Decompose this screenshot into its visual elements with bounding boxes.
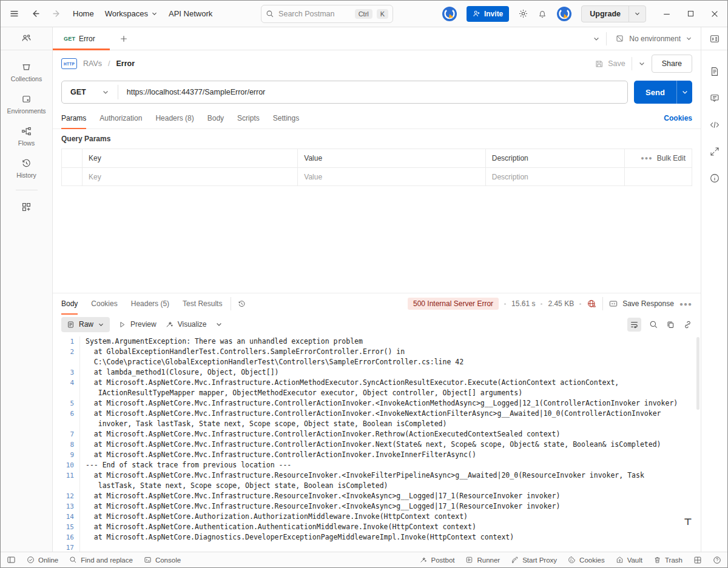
vault-button[interactable]: Vault <box>616 556 642 564</box>
help-icon[interactable] <box>713 556 721 564</box>
preview-play-icon <box>118 321 126 329</box>
search-input[interactable]: Search Postman Ctrl K <box>261 5 393 23</box>
find-and-replace-button[interactable]: Find and replace <box>69 556 133 564</box>
key-input[interactable]: Key <box>83 168 298 185</box>
empty-space <box>53 186 701 293</box>
cookies-link[interactable]: Cookies <box>664 114 692 122</box>
line-text: at Microsoft.AspNetCore.Mvc.Infrastructu… <box>79 491 701 501</box>
copy-response-icon[interactable] <box>666 320 675 329</box>
response-tab[interactable]: Headers (5) <box>131 293 169 314</box>
online-status[interactable]: Online <box>27 556 58 564</box>
runner-button[interactable]: Runner <box>465 556 500 564</box>
share-button[interactable]: Share <box>652 55 692 73</box>
request-tab[interactable]: Settings <box>273 107 299 129</box>
line-text: lastTask, State next, Scope scope, Objec… <box>79 481 701 491</box>
viewer-chevron-down-icon[interactable] <box>215 321 223 328</box>
settings-gear-icon[interactable] <box>518 8 528 19</box>
raw-view-selector[interactable]: Raw <box>61 317 110 332</box>
sidebar-item-environments[interactable]: Environments <box>7 93 46 115</box>
search-response-icon[interactable] <box>649 320 658 329</box>
upgrade-button[interactable]: Upgrade <box>581 5 646 22</box>
postman-logo[interactable] <box>556 6 572 22</box>
sidebar-item-history[interactable]: History <box>16 158 36 179</box>
response-tab[interactable]: Test Results <box>183 293 222 314</box>
workspaces-nav[interactable]: Workspaces <box>105 9 158 18</box>
cookie-icon <box>568 556 576 564</box>
save-response-button[interactable]: Save Response <box>608 299 674 309</box>
response-tab[interactable]: Body <box>61 293 78 314</box>
code-line: lastTask, State next, Scope scope, Objec… <box>53 481 701 491</box>
upgrade-chevron-icon[interactable] <box>629 6 645 22</box>
titlebar-right: Invite Upgrade <box>442 5 719 22</box>
team-people-icon[interactable] <box>21 33 32 44</box>
request-tab[interactable]: Authorization <box>99 107 142 129</box>
visualize-button[interactable]: Visualize <box>165 320 207 329</box>
preview-button[interactable]: Preview <box>118 320 157 329</box>
response-tab[interactable]: Cookies <box>91 293 117 314</box>
maximize-button[interactable] <box>687 10 695 18</box>
response-more-button[interactable]: ●●● <box>679 301 692 307</box>
send-button[interactable]: Send <box>634 81 692 104</box>
cookies-button[interactable]: Cookies <box>568 556 605 564</box>
console-button[interactable]: Console <box>144 556 181 564</box>
code-scrollbar[interactable] <box>696 337 699 410</box>
documentation-icon[interactable] <box>709 66 720 77</box>
api-network-nav[interactable]: API Network <box>169 9 212 18</box>
request-tab[interactable]: Body <box>207 107 224 129</box>
status-badge[interactable]: 500 Internal Server Error <box>408 298 499 310</box>
send-chevron-down-icon[interactable] <box>676 81 692 104</box>
response-time[interactable]: 15.61 s <box>511 299 535 308</box>
back-arrow-icon[interactable] <box>30 8 41 19</box>
key-header: Key <box>83 149 298 167</box>
request-tab[interactable]: Headers (8) <box>155 107 194 129</box>
breadcrumb-collection[interactable]: RAVs <box>83 59 102 68</box>
value-input[interactable]: Value <box>298 168 485 185</box>
new-tab-button[interactable] <box>110 27 138 50</box>
save-button[interactable]: Save <box>595 59 625 68</box>
info-icon[interactable] <box>709 173 720 184</box>
network-warning-icon[interactable] <box>587 299 597 309</box>
save-chevron-down-icon[interactable] <box>638 60 645 67</box>
forward-arrow-icon[interactable] <box>52 8 62 19</box>
postman-window: Home Workspaces API Network Search Postm… <box>0 0 728 568</box>
bulk-edit-button[interactable]: ●●● Bulk Edit <box>625 149 692 167</box>
split-panel-icon[interactable] <box>693 556 702 564</box>
response-size[interactable]: 2.45 KB <box>548 299 574 308</box>
line-number <box>53 388 79 398</box>
url-input[interactable] <box>118 88 627 96</box>
postbot-button[interactable]: Postbot <box>419 556 454 564</box>
line-text: at Microsoft.AspNetCore.Authorization.Au… <box>79 512 701 522</box>
home-nav[interactable]: Home <box>73 9 94 18</box>
sidebar-item-collections[interactable]: Collections <box>11 61 42 82</box>
notifications-bell-icon[interactable] <box>538 9 547 19</box>
method-selector[interactable]: GET <box>62 88 118 96</box>
close-button[interactable] <box>710 10 719 18</box>
environment-selector[interactable]: No environment <box>613 34 695 43</box>
environment-quicklook-icon[interactable] <box>709 33 720 44</box>
wrap-text-button[interactable] <box>627 318 641 332</box>
team-avatar[interactable] <box>442 6 457 22</box>
code-snippet-icon[interactable] <box>709 119 720 130</box>
hamburger-menu-icon[interactable] <box>9 8 19 19</box>
tabs-chevron-down-icon[interactable] <box>593 35 600 42</box>
sidebar-configure-button[interactable] <box>21 201 32 213</box>
line-number: 16 <box>53 532 79 543</box>
request-tab[interactable]: Params <box>61 107 86 129</box>
link-response-icon[interactable] <box>683 320 692 329</box>
minimize-button[interactable] <box>662 10 671 18</box>
trash-button[interactable]: Trash <box>653 556 682 564</box>
description-input[interactable]: Description <box>486 168 625 185</box>
request-header: HTTP RAVs / Error Save Share <box>53 50 701 77</box>
breadcrumb-request-name[interactable]: Error <box>116 59 135 68</box>
scroll-top-indicator[interactable]: ⊤ <box>684 516 692 527</box>
request-tab[interactable]: Scripts <box>237 107 260 129</box>
comments-icon[interactable] <box>709 93 720 104</box>
open-request-tab[interactable]: GET Error <box>53 27 110 50</box>
related-requests-icon[interactable] <box>709 146 720 157</box>
invite-button[interactable]: Invite <box>467 6 509 22</box>
toggle-sidebar-icon[interactable] <box>7 555 16 564</box>
sidebar-item-flows[interactable]: Flows <box>18 125 35 147</box>
start-proxy-button[interactable]: Start Proxy <box>511 556 557 564</box>
response-history-icon[interactable] <box>237 299 246 309</box>
response-body-code[interactable]: 1 System.ArgumentException: There was an… <box>53 335 701 552</box>
